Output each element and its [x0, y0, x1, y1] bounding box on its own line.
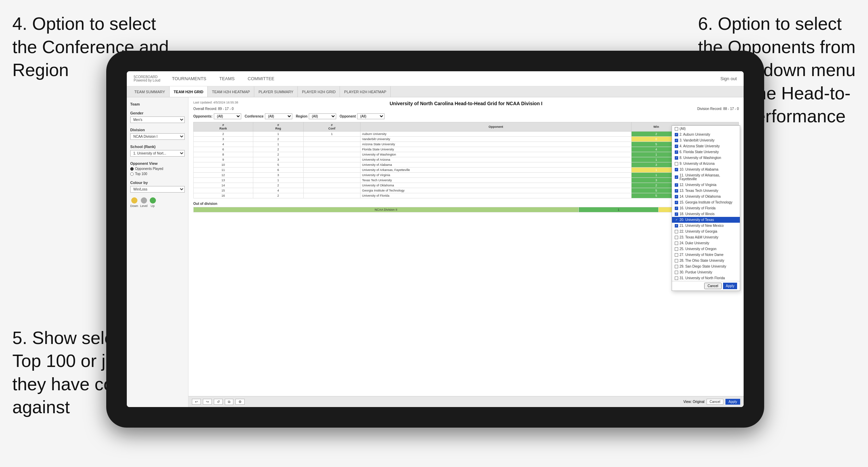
opponent-select[interactable]: (All): [357, 113, 384, 119]
dropdown-cancel[interactable]: Cancel: [704, 283, 722, 289]
cell-rank: 2: [194, 132, 253, 137]
table-row: 8 2 University of Washington 1 0: [194, 152, 739, 157]
opponent-view-radio-group: Opponents Played Top 100: [130, 167, 185, 176]
dropdown-item[interactable]: ✓11. University of Arkansas, Fayettevill…: [672, 172, 740, 182]
filter-row: Opponents: (All) Conference (All) Region: [193, 113, 739, 119]
dropdown-checkbox: ✓: [675, 150, 678, 154]
dropdown-item[interactable]: ✓21. University of New Mexico: [672, 223, 740, 229]
sidebar-colour-by-section: Colour by Win/Loss: [130, 181, 185, 193]
dropdown-item[interactable]: ✓6. Florida State University: [672, 149, 740, 155]
dropdown-item[interactable]: ✓2. Auburn University: [672, 132, 740, 137]
dropdown-checkbox: [675, 253, 678, 257]
dropdown-item[interactable]: ✓10. University of Alabama: [672, 167, 740, 172]
cell-conf: [303, 137, 360, 142]
dropdown-apply[interactable]: Apply: [723, 283, 737, 289]
division-select[interactable]: NCAA Division I: [130, 133, 185, 140]
sidebar-team-section: Team: [130, 102, 185, 106]
colour-by-select[interactable]: Win/Loss: [130, 186, 185, 193]
cell-reg: 2: [253, 183, 303, 188]
opponents-select[interactable]: (All): [214, 113, 241, 119]
dropdown-item[interactable]: ✓13. Texas Tech University: [672, 188, 740, 194]
dropdown-item-label: 20. University of Texas: [680, 218, 714, 222]
dropdown-item-label: 24. Duke University: [680, 241, 709, 245]
sidebar-gender-section: Gender Men's: [130, 111, 185, 123]
refresh-button[interactable]: ↺: [214, 399, 223, 405]
settings-button[interactable]: ⚙: [235, 399, 245, 405]
cell-conf: [303, 183, 360, 188]
copy-button[interactable]: ⧉: [225, 399, 233, 405]
dropdown-item-label: 2. Auburn University: [680, 133, 710, 136]
tab-team-summary[interactable]: TEAM SUMMARY: [130, 86, 170, 97]
ood-win: 1: [578, 207, 659, 212]
cell-reg: 5: [253, 162, 303, 168]
cell-rank: 15: [194, 188, 253, 193]
nav-bar: 5COREBOARD Powered by Loud TOURNAMENTS T…: [127, 71, 744, 86]
cell-conf: [303, 178, 360, 183]
dropdown-item[interactable]: 31. University of North Florida: [672, 275, 740, 281]
dropdown-checkbox: [675, 242, 678, 245]
nav-tournaments[interactable]: TOURNAMENTS: [171, 76, 208, 81]
dropdown-item-label: 4. Arizona State University: [680, 144, 720, 148]
legend-down-icon: [131, 197, 137, 204]
dropdown-item[interactable]: ✓20. University of Texas: [672, 217, 740, 223]
cancel-button[interactable]: Cancel: [707, 399, 723, 405]
nav-signout[interactable]: Sign out: [720, 76, 737, 81]
data-subtitle: Overall Record: 89 - 17 - 0 Division Rec…: [193, 107, 739, 111]
tablet-screen: 5COREBOARD Powered by Loud TOURNAMENTS T…: [127, 71, 744, 407]
dropdown-item[interactable]: 30. Purdue University: [672, 269, 740, 275]
dropdown-item[interactable]: (All): [672, 126, 740, 132]
opponent-dropdown[interactable]: (All)✓2. Auburn University✓3. Vanderbilt…: [672, 125, 740, 291]
nav-teams[interactable]: TEAMS: [218, 76, 236, 81]
dropdown-item[interactable]: ✓15. Georgia Institute of Technology: [672, 199, 740, 205]
cell-reg: 2: [253, 152, 303, 157]
dropdown-item-label: 31. University of North Florida: [680, 276, 725, 280]
tab-team-h2h-grid[interactable]: TEAM H2H GRID: [170, 86, 208, 97]
tab-team-h2h-heatmap[interactable]: TEAM H2H HEATMAP: [208, 86, 254, 97]
tab-player-h2h-grid[interactable]: PLAYER H2H GRID: [298, 86, 340, 97]
dropdown-item[interactable]: ✓16. University of Florida: [672, 205, 740, 211]
dropdown-item[interactable]: 27. University of Notre Dame: [672, 252, 740, 258]
dropdown-item[interactable]: ✓3. Vanderbilt University: [672, 137, 740, 143]
main-content: Team Gender Men's Division NCAA Division…: [127, 97, 744, 407]
tablet-frame: 5COREBOARD Powered by Loud TOURNAMENTS T…: [106, 51, 764, 428]
school-select[interactable]: 1. University of Nort...: [130, 150, 185, 157]
dropdown-item[interactable]: 28. The Ohio State University: [672, 258, 740, 263]
radio-top-100[interactable]: Top 100: [130, 172, 185, 176]
nav-committee[interactable]: COMMITTEE: [246, 76, 276, 81]
redo-button[interactable]: ↪: [203, 399, 212, 405]
dropdown-item[interactable]: ✓4. Arizona State University: [672, 143, 740, 149]
dropdown-item-label: 3. Vanderbilt University: [680, 138, 714, 142]
table-row: 14 2 University of Oklahoma 2 2: [194, 183, 739, 188]
dropdown-item[interactable]: ✓14. University of Oklahoma: [672, 194, 740, 199]
cell-rank: 8: [194, 152, 253, 157]
dropdown-item[interactable]: ✓12. University of Virginia: [672, 182, 740, 188]
region-select[interactable]: (All): [309, 113, 336, 119]
apply-button[interactable]: Apply: [725, 399, 740, 405]
dropdown-item[interactable]: ✓18. University of Illinois: [672, 211, 740, 217]
cell-opponent: Texas Tech University: [360, 178, 632, 183]
dropdown-item[interactable]: 23. Texas A&M University: [672, 234, 740, 240]
dropdown-checkbox: [675, 162, 678, 165]
radio-opponents-played[interactable]: Opponents Played: [130, 167, 185, 171]
overall-record: Overall Record: 89 - 17 - 0: [193, 107, 234, 111]
tab-player-h2h-heatmap[interactable]: PLAYER H2H HEATMAP: [340, 86, 391, 97]
sidebar-team-label: Team: [130, 102, 185, 106]
cell-conf: [303, 162, 360, 168]
col-rank: #Rank: [194, 122, 253, 132]
dropdown-item[interactable]: 9. University of Arizona: [672, 161, 740, 167]
cell-rank: 14: [194, 183, 253, 188]
undo-button[interactable]: ↩: [192, 399, 201, 405]
dropdown-item[interactable]: 22. University of Georgia: [672, 229, 740, 234]
gender-select[interactable]: Men's: [130, 116, 185, 123]
out-of-division-table: NCAA Division II 1 0: [193, 207, 739, 212]
table-row: 15 4 Georgia Institute of Technology 5 0: [194, 188, 739, 193]
dropdown-item-label: 9. University of Arizona: [680, 162, 714, 165]
dropdown-item[interactable]: ✓8. University of Washington: [672, 155, 740, 161]
tab-player-summary[interactable]: PLAYER SUMMARY: [254, 86, 298, 97]
dropdown-item[interactable]: 25. University of Oregon: [672, 246, 740, 252]
cell-conf: [303, 168, 360, 173]
dropdown-item[interactable]: 24. Duke University: [672, 240, 740, 246]
cell-opponent: University of Washington: [360, 152, 632, 157]
conference-select[interactable]: (All): [265, 113, 292, 119]
dropdown-item[interactable]: 29. San Diego State University: [672, 263, 740, 269]
